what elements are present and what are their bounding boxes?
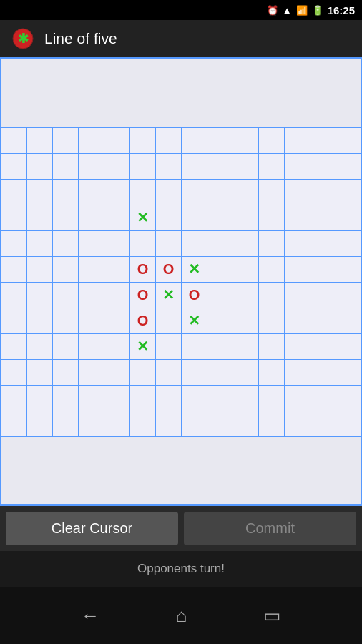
board-cell[interactable] — [310, 205, 336, 231]
board-cell[interactable] — [53, 128, 79, 154]
recents-icon[interactable]: ▭ — [263, 605, 281, 627]
board-cell[interactable] — [104, 308, 130, 334]
board-cell[interactable] — [27, 411, 53, 437]
board-cell[interactable] — [156, 360, 182, 386]
board-cell[interactable] — [182, 154, 207, 180]
board-cell[interactable]: O — [156, 257, 182, 283]
board-cell[interactable] — [259, 231, 285, 257]
board-cell[interactable] — [182, 411, 207, 437]
board-cell[interactable] — [104, 231, 130, 257]
board-cell[interactable] — [285, 128, 310, 154]
board-cell[interactable]: O — [130, 257, 156, 283]
board-cell[interactable] — [53, 231, 79, 257]
board-cell[interactable] — [233, 283, 259, 308]
board-cell[interactable] — [207, 360, 233, 386]
board-cell[interactable] — [182, 231, 207, 257]
board-cell[interactable] — [259, 283, 285, 308]
board-cell[interactable] — [233, 128, 259, 154]
board-cell[interactable] — [53, 360, 79, 386]
board-cell[interactable] — [310, 360, 336, 386]
board-cell[interactable] — [233, 257, 259, 283]
board-cell[interactable] — [233, 205, 259, 231]
board-cell[interactable] — [104, 257, 130, 283]
board-cell[interactable] — [1, 128, 27, 154]
board-cell[interactable] — [207, 283, 233, 308]
board-cell[interactable] — [285, 308, 310, 334]
board-cell[interactable] — [336, 411, 362, 437]
board-cell[interactable] — [310, 180, 336, 205]
board-cell[interactable] — [104, 283, 130, 308]
board-cell[interactable] — [130, 386, 156, 411]
board-cell[interactable] — [27, 334, 53, 360]
board-cell[interactable] — [207, 411, 233, 437]
board-cell[interactable] — [130, 128, 156, 154]
board-cell[interactable] — [285, 334, 310, 360]
board-cell[interactable] — [27, 386, 53, 411]
board-cell[interactable] — [233, 231, 259, 257]
board-cell[interactable] — [207, 154, 233, 180]
board-cell[interactable] — [310, 283, 336, 308]
board-cell[interactable] — [285, 154, 310, 180]
board-cell[interactable] — [336, 283, 362, 308]
board-cell[interactable]: ✕ — [130, 334, 156, 360]
board-cell[interactable] — [336, 128, 362, 154]
board-cell[interactable] — [310, 128, 336, 154]
board-cell[interactable] — [182, 128, 207, 154]
board-cell[interactable] — [285, 386, 310, 411]
board-cell[interactable] — [310, 411, 336, 437]
board-cell[interactable] — [53, 257, 79, 283]
board-cell[interactable] — [156, 334, 182, 360]
board-cell[interactable] — [156, 205, 182, 231]
board-cell[interactable] — [27, 308, 53, 334]
board-cell[interactable] — [79, 308, 104, 334]
board-cell[interactable] — [336, 154, 362, 180]
board-cell[interactable] — [285, 180, 310, 205]
board-cell[interactable] — [336, 334, 362, 360]
board-cell[interactable] — [104, 205, 130, 231]
board-cell[interactable] — [104, 386, 130, 411]
back-icon[interactable]: ← — [81, 605, 99, 627]
board-cell[interactable] — [1, 334, 27, 360]
board-cell[interactable] — [1, 386, 27, 411]
board-cell[interactable] — [79, 128, 104, 154]
board-cell[interactable] — [104, 360, 130, 386]
board-cell[interactable] — [104, 334, 130, 360]
board-cell[interactable] — [310, 386, 336, 411]
board-cell[interactable] — [53, 180, 79, 205]
board-cell[interactable] — [207, 205, 233, 231]
board-cell[interactable] — [336, 308, 362, 334]
board-cell[interactable] — [285, 411, 310, 437]
board-cell[interactable] — [156, 128, 182, 154]
board-cell[interactable] — [53, 283, 79, 308]
board-cell[interactable] — [233, 154, 259, 180]
board-cell[interactable] — [79, 360, 104, 386]
board-cell[interactable] — [27, 257, 53, 283]
board-cell[interactable] — [233, 386, 259, 411]
board-cell[interactable] — [259, 180, 285, 205]
board-cell[interactable] — [1, 283, 27, 308]
board-cell[interactable] — [207, 128, 233, 154]
board-cell[interactable] — [79, 180, 104, 205]
board-cell[interactable] — [156, 411, 182, 437]
board-cell[interactable] — [233, 360, 259, 386]
board-cell[interactable] — [156, 308, 182, 334]
board-cell[interactable] — [104, 411, 130, 437]
board-cell[interactable] — [336, 360, 362, 386]
board-cell[interactable] — [27, 283, 53, 308]
board-cell[interactable] — [336, 257, 362, 283]
board-cell[interactable] — [207, 257, 233, 283]
board-cell[interactable] — [207, 386, 233, 411]
board-cell[interactable] — [53, 386, 79, 411]
board-cell[interactable]: O — [182, 283, 207, 308]
board-cell[interactable] — [285, 360, 310, 386]
board-cell[interactable] — [79, 283, 104, 308]
board-cell[interactable] — [207, 308, 233, 334]
board-cell[interactable] — [336, 386, 362, 411]
board-cell[interactable] — [182, 205, 207, 231]
board-cell[interactable] — [27, 154, 53, 180]
board-cell[interactable] — [130, 231, 156, 257]
board-cell[interactable] — [207, 231, 233, 257]
board-cell[interactable] — [79, 334, 104, 360]
board-cell[interactable] — [104, 154, 130, 180]
board-cell[interactable] — [1, 180, 27, 205]
